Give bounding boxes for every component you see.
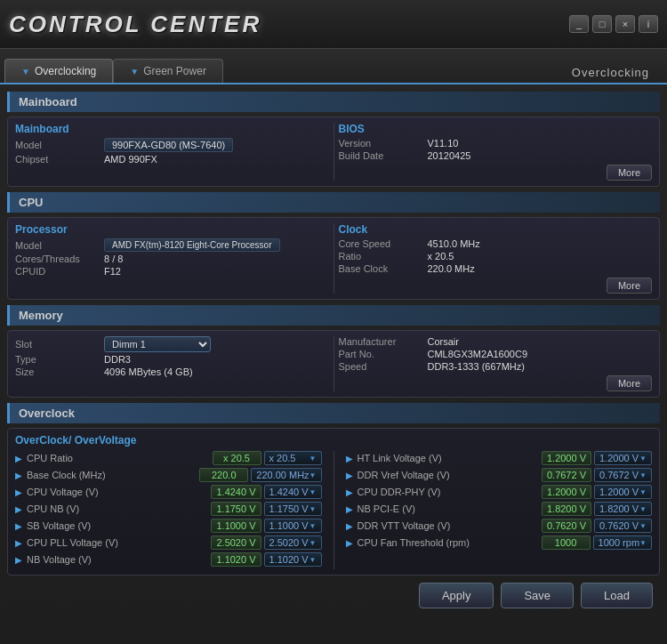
load-button[interactable]: Load — [581, 583, 653, 608]
cpu-section-header: CPU — [7, 192, 660, 213]
oc-left-row-3: ▶ CPU NB (V) 1.1750 V 1.1750 V ▼ — [15, 502, 322, 516]
oc-right-row-4: ▶ DDR VTT Voltage (V) 0.7620 V 0.7620 V … — [346, 519, 653, 533]
oc-current-6: 1.1020 V — [211, 552, 261, 567]
oc-right-input-2[interactable]: 1.2000 V ▼ — [594, 485, 652, 499]
memory-more-button[interactable]: More — [607, 375, 652, 391]
memory-slot-select[interactable]: Dimm 1 — [104, 336, 211, 352]
mainboard-header-label: Mainboard — [19, 95, 77, 109]
oc-input-val-5: 2.5020 V — [269, 537, 309, 548]
oc-right-col: ▶ HT Link Voltage (V) 1.2000 V 1.2000 V … — [346, 451, 653, 569]
mainboard-model-value: 990FXA-GD80 (MS-7640) — [104, 138, 233, 152]
oc-arrow-icon: ▶ — [15, 471, 24, 480]
oc-right-dropdown-icon-3[interactable]: ▼ — [639, 505, 647, 513]
cpu-panel: Processor Model AMD FX(tm)-8120 Eight-Co… — [7, 217, 660, 300]
oc-current-4: 1.1000 V — [211, 519, 261, 533]
oc-dropdown-icon-2[interactable]: ▼ — [309, 488, 317, 496]
oc-right-dropdown-icon-2[interactable]: ▼ — [639, 488, 647, 496]
minimize-button[interactable]: _ — [569, 15, 589, 33]
mainboard-model-label: Model — [15, 140, 104, 150]
oc-grid: ▶ CPU Ratio x 20.5 x 20.5 ▼ ▶ Base Clock… — [15, 451, 652, 569]
oc-dropdown-icon-5[interactable]: ▼ — [309, 539, 317, 547]
oc-current-1: 220.0 — [199, 468, 248, 482]
oc-input-4[interactable]: 1.1000 V ▼ — [264, 519, 322, 533]
oc-input-2[interactable]: 1.4240 V ▼ — [264, 485, 322, 499]
oc-input-5[interactable]: 2.5020 V ▼ — [264, 535, 322, 550]
oc-dropdown-icon-4[interactable]: ▼ — [309, 522, 317, 530]
oc-right-arrow-icon-1: ▶ — [346, 471, 355, 480]
oc-arrow-icon: ▶ — [15, 504, 24, 514]
oc-current-2: 1.4240 V — [211, 485, 261, 499]
info-button[interactable]: i — [639, 15, 658, 33]
bottom-bar: Apply Save Load — [7, 576, 660, 613]
memory-partno-value: CML8GX3M2A1600C9 — [428, 349, 528, 359]
oc-right-arrow-icon-4: ▶ — [346, 521, 355, 531]
oc-right-dropdown-icon-0[interactable]: ▼ — [639, 455, 647, 463]
memory-manufacturer-value: Corsair — [428, 336, 459, 347]
oc-dropdown-icon-0[interactable]: ▼ — [309, 455, 317, 463]
oc-right-input-3[interactable]: 1.8200 V ▼ — [594, 502, 652, 516]
cpu-model-row: Model AMD FX(tm)-8120 Eight-Core Process… — [15, 238, 329, 252]
oc-input-val-1: 220.00 MHz — [256, 470, 309, 480]
bios-build-label: Build Date — [339, 150, 428, 161]
oc-right-dropdown-icon-5[interactable]: ▼ — [639, 539, 647, 547]
mainboard-panel: Mainboard Model 990FXA-GD80 (MS-7640) Ch… — [7, 117, 660, 187]
oc-left-col: ▶ CPU Ratio x 20.5 x 20.5 ▼ ▶ Base Clock… — [15, 451, 322, 569]
mainboard-more-button[interactable]: More — [607, 165, 652, 181]
tab-green-power-label: Green Power — [143, 65, 206, 77]
oc-right-current-3: 1.8200 V — [542, 502, 591, 516]
tab-overclocking[interactable]: ▼ Overclocking — [4, 59, 113, 83]
oc-left-row-4: ▶ SB Voltage (V) 1.1000 V 1.1000 V ▼ — [15, 519, 322, 533]
cpu-core-speed-label: Core Speed — [339, 238, 428, 249]
cpu-ratio-value: x 20.5 — [428, 251, 454, 262]
memory-speed-value: DDR3-1333 (667MHz) — [428, 361, 525, 372]
tab-green-power[interactable]: ▼ Green Power — [113, 59, 223, 83]
oc-input-0[interactable]: x 20.5 ▼ — [264, 451, 322, 465]
cpu-cpuid-value: F12 — [104, 266, 121, 277]
cpu-core-speed-row: Core Speed 4510.0 MHz — [339, 238, 653, 249]
cpu-base-clock-value: 220.0 MHz — [428, 263, 475, 274]
close-button[interactable]: × — [615, 15, 635, 33]
oc-right-label-5: CPU Fan Threshold (rpm) — [358, 537, 539, 548]
oc-right-input-5[interactable]: 1000 rpm ▼ — [593, 535, 652, 550]
apply-button[interactable]: Apply — [419, 583, 494, 608]
cpu-cpuid-row: CPUID F12 — [15, 266, 329, 277]
oc-input-3[interactable]: 1.1750 V ▼ — [264, 502, 322, 516]
oc-label-3: CPU NB (V) — [27, 503, 208, 514]
oc-right-current-1: 0.7672 V — [542, 468, 591, 482]
save-button[interactable]: Save — [501, 583, 574, 608]
oc-input-val-6: 1.1020 V — [269, 554, 309, 565]
oc-right-input-val-1: 0.7672 V — [599, 470, 639, 480]
memory-more-clearfix: More — [339, 374, 653, 391]
oc-label-5: CPU PLL Voltage (V) — [27, 537, 208, 548]
oc-right-arrow-icon-2: ▶ — [346, 487, 355, 497]
oc-right-input-1[interactable]: 0.7672 V ▼ — [594, 468, 652, 482]
mainboard-more-clearfix: More — [339, 163, 653, 181]
oc-current-0: x 20.5 — [213, 451, 261, 465]
oc-right-dropdown-icon-4[interactable]: ▼ — [639, 522, 647, 530]
oc-arrow-icon: ▶ — [15, 454, 24, 463]
oc-left-row-6: ▶ NB Voltage (V) 1.1020 V 1.1020 V ▼ — [15, 552, 322, 567]
oc-right-row-2: ▶ CPU DDR-PHY (V) 1.2000 V 1.2000 V ▼ — [346, 485, 653, 499]
oc-left-row-0: ▶ CPU Ratio x 20.5 x 20.5 ▼ — [15, 451, 322, 465]
maximize-button[interactable]: □ — [592, 15, 612, 33]
oc-label-2: CPU Voltage (V) — [27, 487, 208, 497]
oc-right-input-val-3: 1.8200 V — [599, 503, 639, 514]
oc-right-input-0[interactable]: 1.2000 V ▼ — [594, 451, 652, 465]
tab-overclocking-label: Overclocking — [35, 65, 96, 77]
oc-arrow-icon: ▶ — [15, 487, 24, 497]
oc-dropdown-icon-1[interactable]: ▼ — [309, 471, 317, 479]
oc-right-dropdown-icon-1[interactable]: ▼ — [639, 471, 647, 479]
oc-input-6[interactable]: 1.1020 V ▼ — [264, 552, 322, 567]
oc-sub-header: OverClock/ OverVoltage — [15, 434, 652, 447]
cpu-divider — [334, 223, 334, 294]
oc-label-0: CPU Ratio — [27, 453, 210, 463]
oc-dropdown-icon-3[interactable]: ▼ — [309, 505, 317, 513]
oc-right-input-4[interactable]: 0.7620 V ▼ — [594, 519, 652, 533]
cpu-left-col: Processor Model AMD FX(tm)-8120 Eight-Co… — [15, 223, 329, 294]
oc-input-1[interactable]: 220.00 MHz ▼ — [251, 468, 321, 482]
cpu-ratio-label: Ratio — [339, 251, 428, 262]
cpu-grid: Processor Model AMD FX(tm)-8120 Eight-Co… — [15, 223, 652, 294]
oc-dropdown-icon-6[interactable]: ▼ — [309, 556, 317, 564]
oc-right-label-3: NB PCI-E (V) — [358, 503, 539, 514]
cpu-more-button[interactable]: More — [607, 278, 652, 294]
